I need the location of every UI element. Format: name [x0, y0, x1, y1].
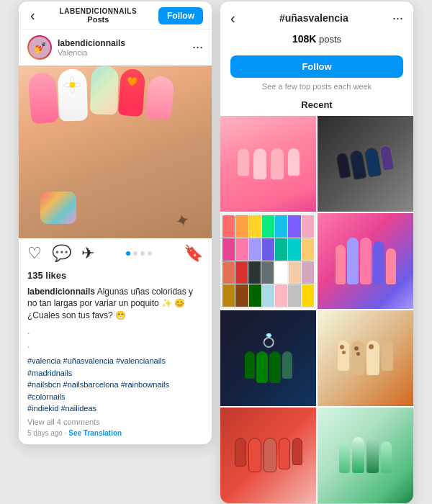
shelf-row-2 [222, 238, 314, 261]
header-follow-button[interactable]: Follow [158, 7, 203, 24]
grid-item-6[interactable] [318, 310, 413, 406]
like-button[interactable]: ♡ [27, 244, 42, 263]
grid-item-7[interactable] [220, 408, 316, 503]
grid-photo-inner-5: 💍 [220, 310, 316, 406]
grid-photo-wrapper-1 [220, 116, 316, 212]
gn-nail-3 [366, 437, 379, 473]
dg-nail-1 [245, 351, 255, 379]
view-comments-button[interactable]: View all 4 comments [19, 416, 212, 428]
polish-bp [275, 284, 287, 307]
posts-label: posts [316, 34, 341, 45]
comment-button[interactable]: 💬 [52, 244, 71, 263]
long-nail-3 [360, 238, 372, 284]
account-name: LABENDICIONNAILS [38, 7, 158, 15]
red-nail-5 [292, 438, 302, 465]
share-button[interactable]: ✈ [81, 244, 94, 263]
photo-leopard-nails [318, 310, 413, 406]
nail-visual-1 [237, 148, 250, 176]
grid-photo-inner-8 [318, 408, 413, 503]
caption-username[interactable]: labendicionnails [27, 287, 95, 297]
ring-emoji: 💍 [261, 333, 276, 348]
dark-green-nails [245, 351, 292, 383]
photo-dark-green-nails: 💍 [220, 310, 316, 406]
recent-label: Recent [220, 96, 413, 116]
posts-label: Posts [38, 15, 158, 24]
more-options-button[interactable]: ··· [192, 40, 203, 55]
hashtag-panel: ‹ #uñasvalencia ··· 108K posts Follow Se… [220, 1, 413, 503]
dots-spacer: . . [19, 325, 212, 352]
photo-red-nails [220, 408, 316, 503]
nail-3-geometric [90, 66, 119, 115]
polish-lv [249, 238, 261, 261]
grid-item-5[interactable]: 💍 [220, 310, 316, 406]
grid-item-2[interactable] [318, 116, 413, 212]
grid-photo-wrapper-7 [220, 408, 316, 503]
grid-photo-wrapper-3 [220, 213, 316, 309]
polish-hp [222, 238, 235, 261]
polish-bk [248, 261, 261, 284]
hashtags[interactable]: #valencia #uñasvalencia #valencianails #… [19, 352, 212, 416]
dot-1 [126, 251, 130, 256]
long-nails-visual [336, 238, 396, 284]
spot-2 [342, 351, 346, 354]
spot-3 [354, 346, 359, 351]
photo-green-nails [318, 408, 413, 503]
dots-indicator [104, 251, 174, 256]
dot-line-1: . [27, 325, 203, 338]
polish-lp [235, 238, 248, 261]
polish-r [222, 215, 235, 238]
polish-si [288, 284, 300, 307]
follow-hashtag-button[interactable]: Follow [230, 55, 403, 78]
likes-row: 135 likes [19, 269, 212, 284]
red-nail-3 [264, 438, 276, 472]
posts-count: 108K [292, 33, 316, 45]
polish-g [262, 215, 274, 238]
red-nails-visual [235, 438, 302, 472]
post-image: 🧡 ✦ [19, 66, 212, 238]
grid-item-8[interactable] [318, 408, 413, 503]
hashtag-header: ‹ #uñasvalencia ··· [220, 1, 413, 32]
nail-stripe-pattern [40, 192, 76, 224]
see-top-posts-text: See a few top posts each week [220, 82, 413, 96]
red-nail-1 [235, 438, 246, 467]
bookmark-button[interactable]: 🔖 [184, 244, 203, 263]
pink-nails-visual [237, 148, 300, 180]
grid-item-1[interactable] [220, 116, 316, 212]
back-button[interactable]: ‹ [27, 7, 38, 24]
nail-2-daisy [58, 68, 88, 121]
avatar: 💅 [29, 37, 50, 58]
grid-photo-wrapper-2 [318, 116, 413, 212]
long-nail-4 [373, 241, 384, 284]
lp-nail-3 [366, 341, 379, 375]
post-panel: ‹ LABENDICIONNAILS Posts Follow 💅 labend… [19, 1, 212, 444]
polish-co [222, 261, 235, 284]
polish-gl [302, 238, 314, 261]
hashtag-stats: 108K posts [220, 32, 413, 51]
grid-photo-wrapper-4 [318, 213, 413, 309]
grid-item-3[interactable] [220, 213, 316, 309]
polish-v [262, 238, 274, 261]
dot-line-2: . [27, 338, 203, 352]
dot-2 [133, 251, 138, 256]
hashtag-back-button[interactable]: ‹ [230, 10, 235, 27]
polish-nu [289, 261, 301, 284]
grid-photo-inner-2 [318, 116, 413, 212]
dark-nail-4 [379, 145, 395, 171]
grid-photo-inner-4 [318, 213, 413, 309]
post-header: ‹ LABENDICIONNAILS Posts Follow [19, 1, 212, 30]
hashtag-more-button[interactable]: ··· [392, 11, 403, 26]
dot-3 [140, 251, 145, 256]
see-translation-button[interactable]: See Translation [68, 429, 122, 437]
daisy-flower [62, 74, 83, 95]
shelf-row-4 [222, 284, 314, 307]
dg-nail-2 [256, 351, 268, 383]
nail-5-pink [145, 75, 175, 120]
polish-b [275, 215, 287, 238]
grid-item-4[interactable] [318, 213, 413, 309]
grid-photo-wrapper-5: 💍 [220, 310, 316, 406]
polish-gy [261, 261, 274, 284]
dg-nail-4 [282, 351, 292, 379]
username[interactable]: labendicionnails [58, 38, 186, 48]
time-ago: 5 days ago · [27, 429, 68, 437]
lp-nail-2 [351, 341, 364, 375]
